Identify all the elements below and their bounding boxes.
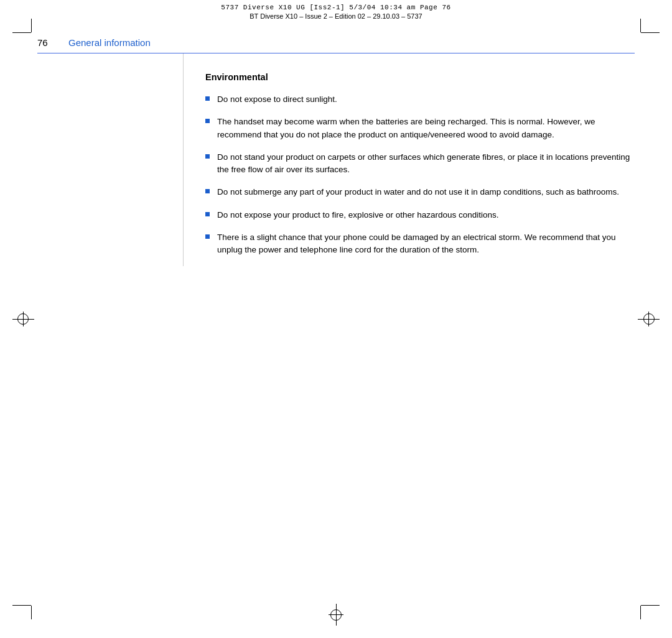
left-column bbox=[37, 53, 184, 266]
page-header: 5737 Diverse X10 UG [Iss2-1] 5/3/04 10:3… bbox=[0, 0, 672, 34]
bullet-icon-6 bbox=[205, 234, 210, 239]
bullet-icon-5 bbox=[205, 212, 210, 216]
bullet-icon-3 bbox=[205, 154, 210, 159]
bullet-icon-2 bbox=[205, 119, 210, 123]
bullet-text-3: Do not stand your product on carpets or … bbox=[217, 151, 635, 177]
crop-mark-bl-v bbox=[31, 606, 32, 619]
crop-mark-bl-h bbox=[12, 605, 31, 606]
environmental-heading: Environmental bbox=[205, 72, 635, 82]
header-line1: 5737 Diverse X10 UG [Iss2-1] 5/3/04 10:3… bbox=[221, 4, 450, 11]
bullet-item-2: The handset may become warm when the bat… bbox=[205, 116, 635, 141]
registration-mark-bottom-v bbox=[336, 604, 337, 626]
crop-mark-br-h bbox=[641, 605, 660, 606]
bullet-item-3: Do not stand your product on carpets or … bbox=[205, 151, 635, 177]
bullet-text-1: Do not expose to direct sunlight. bbox=[217, 93, 635, 106]
bullet-item-1: Do not expose to direct sunlight. bbox=[205, 93, 635, 106]
bullet-item-4: Do not submerge any part of your product… bbox=[205, 186, 635, 198]
bullet-item-6: There is a slight chance that your phone… bbox=[205, 231, 635, 257]
bullet-item-5: Do not expose your product to fire, expl… bbox=[205, 209, 635, 221]
bullet-icon-4 bbox=[205, 189, 210, 193]
right-column: Environmental Do not expose to direct su… bbox=[184, 53, 635, 266]
crop-mark-br-v bbox=[640, 606, 641, 619]
page-title-row: 76 General information bbox=[37, 37, 635, 53]
page-content: 76 General information Environmental Do … bbox=[37, 37, 635, 601]
bullet-list: Do not expose to direct sunlight.The han… bbox=[205, 93, 635, 256]
header-line2: BT Diverse X10 – Issue 2 – Edition 02 – … bbox=[250, 12, 422, 20]
bullet-icon-1 bbox=[205, 96, 210, 101]
bullet-text-4: Do not submerge any part of your product… bbox=[217, 186, 635, 198]
two-col-layout: Environmental Do not expose to direct su… bbox=[37, 53, 635, 266]
section-title: General information bbox=[68, 37, 151, 48]
registration-mark-right-v bbox=[648, 312, 649, 326]
page-number: 76 bbox=[37, 37, 56, 48]
bullet-text-6: There is a slight chance that your phone… bbox=[217, 231, 635, 257]
bullet-text-5: Do not expose your product to fire, expl… bbox=[217, 209, 635, 221]
registration-mark-left-v bbox=[23, 312, 24, 326]
bullet-text-2: The handset may become warm when the bat… bbox=[217, 116, 635, 141]
